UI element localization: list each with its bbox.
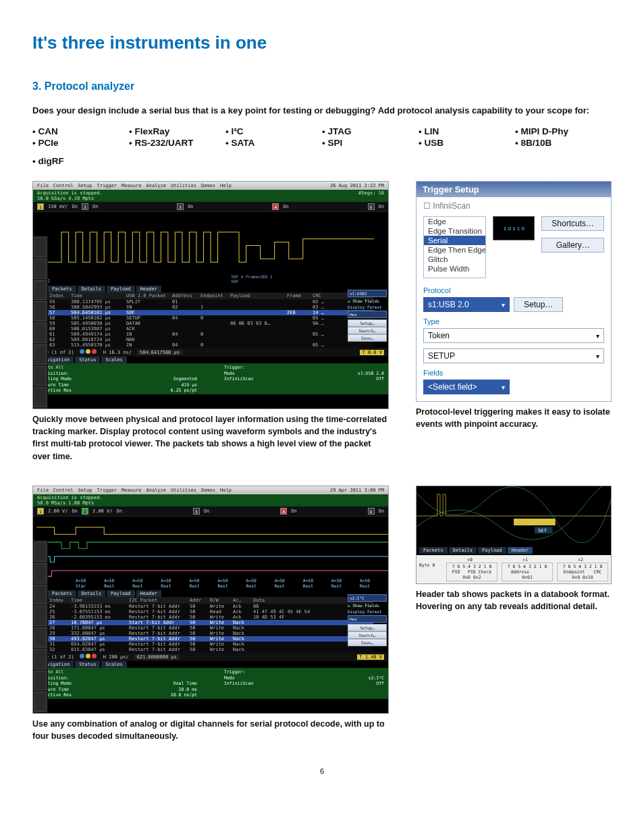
caption-header: Header tab shows packets in a databook f… xyxy=(416,588,612,613)
svg-text:A=50: A=50 xyxy=(189,578,199,583)
svg-text:A=50: A=50 xyxy=(218,578,228,583)
svg-text:Rest: Rest xyxy=(331,583,342,588)
svg-text:A=50: A=50 xyxy=(360,578,370,583)
protocol-item: FlexRay xyxy=(129,126,225,136)
protocol-item: SPI xyxy=(322,138,419,148)
caption-scope2: Use any combination of analog or digital… xyxy=(32,718,389,742)
trigger-setup-panel: Trigger Setup ☐ InfiniiScan EdgeEdge Tra… xyxy=(416,181,612,402)
shortcuts-button[interactable]: Shortcuts… xyxy=(541,216,604,231)
channel-bar: 1150 mV/On 2On 3On 4On DOn xyxy=(33,202,388,211)
svg-text:Rest: Rest xyxy=(189,583,199,588)
page-title: It's three instruments in one xyxy=(32,32,612,53)
svg-text:Rest: Rest xyxy=(275,583,285,588)
svg-text:A=50: A=50 xyxy=(275,578,285,583)
header-waveform: SET xyxy=(417,486,611,546)
protocol-item: 8B/10B xyxy=(515,138,612,148)
packet-right-panel: s1:USB2 ☑ Show Fields Display Format Hex… xyxy=(348,290,387,342)
protocol-label: Protocol xyxy=(417,284,611,294)
svg-text:SET: SET xyxy=(538,527,547,533)
svg-text:A=50: A=50 xyxy=(303,578,313,583)
protocol-item: SATA xyxy=(225,138,322,148)
svg-text:A=50: A=50 xyxy=(104,578,114,583)
svg-text:Rest: Rest xyxy=(132,583,142,588)
scope-status: Delete All Acquisition: Sampling ModeSeg… xyxy=(33,363,388,394)
bus-select[interactable]: s2:I²C xyxy=(348,594,387,602)
caption-trigger: Protocol-level triggering makes it easy … xyxy=(416,406,612,430)
scope-acq-line: Acquisition is stopped. #Segs: 16 10.0 G… xyxy=(33,190,388,202)
marker-dots xyxy=(80,349,98,355)
scope-date: 26 Aug 2011 2:22 PM xyxy=(330,183,384,188)
svg-text:A=50: A=50 xyxy=(76,578,86,583)
svg-text:A=50: A=50 xyxy=(246,578,257,583)
scope-i2c-screenshot: FileControlSetupTriggerMeasureAnalyzeUti… xyxy=(32,486,389,714)
protocol-select[interactable]: s1:USB 2.0▾ xyxy=(423,297,510,312)
protocol-setup-button[interactable]: Setup… xyxy=(514,297,563,312)
caption-scope1: Quickly move between physical and protoc… xyxy=(32,413,389,463)
trigger-wave-preview: 1 0 1 1 0 xyxy=(493,216,535,240)
section-title: 3. Protocol analyzer xyxy=(32,80,612,93)
svg-text:Rest: Rest xyxy=(218,583,228,588)
scope-menubar: FileControlSetupTriggerMeasureAnalyzeUti… xyxy=(33,182,388,190)
fields-select[interactable]: <Select field>▾ xyxy=(423,380,510,394)
svg-text:A=50: A=50 xyxy=(161,578,171,583)
display-format[interactable]: Hex xyxy=(348,311,387,318)
protocol-item: I²C xyxy=(225,126,322,136)
protocol-item: USB xyxy=(419,138,515,148)
protocol-extra: digRF xyxy=(32,156,612,166)
protocol-grid: CANFlexRayI²CJTAGLINMIPI D-PhyPCIeRS-232… xyxy=(32,126,612,148)
packet-table: IndexTimeUSB 2.0 PacketAddressEndpointPa… xyxy=(48,292,373,348)
protocol-item: JTAG xyxy=(322,126,419,136)
bus-select[interactable]: s1:USB2 xyxy=(348,290,387,297)
page-number: 6 xyxy=(32,767,612,775)
protocol-item: RS-232/UART xyxy=(129,138,225,148)
infiniiscan-check[interactable]: ☐ InfiniiScan xyxy=(423,201,471,211)
trigger-setup-title: Trigger Setup xyxy=(417,182,611,197)
packet-tabs: PacketsDetailsPayloadHeader xyxy=(33,286,388,292)
svg-text:Star: Star xyxy=(76,583,86,588)
gallery-button[interactable]: Gallery… xyxy=(541,238,604,253)
type-label: Type xyxy=(417,315,611,325)
header-bits: +0+1+2 Byte 0 7 6 5 4 3 2 1 0PIDPID Chec… xyxy=(417,555,611,583)
svg-text:Rest: Rest xyxy=(104,583,114,588)
type-select[interactable]: Token▾ xyxy=(423,328,604,343)
header-tab-screenshot: SET PacketsDetailsPayloadHeader +0+1+2 B… xyxy=(416,486,612,584)
svg-text:Rest: Rest xyxy=(161,583,171,588)
scope-timebase: More (1 of 2) H 16.3 ns/ 504.6417560 µs … xyxy=(33,348,388,357)
frame-overlay: SOF A Frame=2E6 1SOF xyxy=(228,273,275,284)
protocol-item: PCIe xyxy=(32,138,129,148)
header-tabs: PacketsDetailsPayloadHeader xyxy=(417,546,611,555)
svg-text:A=50: A=50 xyxy=(132,578,142,583)
protocol-item: LIN xyxy=(419,126,515,136)
svg-text:Rest: Rest xyxy=(303,583,313,588)
trigger-type-list[interactable]: EdgeEdge TransitionSerialEdge Then EdgeG… xyxy=(423,216,486,278)
scope-usb-screenshot: FileControlSetupTriggerMeasureAnalyzeUti… xyxy=(32,181,389,409)
show-fields-check[interactable]: ☑ Show Fields xyxy=(348,603,387,608)
waveform-area: 1 SOF A Frame=2E6 1SOF xyxy=(33,211,388,286)
scope-sidebar xyxy=(33,236,48,409)
svg-text:A=50: A=50 xyxy=(331,578,342,583)
setup-select[interactable]: SETUP▾ xyxy=(423,348,604,363)
protocol-item: CAN xyxy=(32,126,129,136)
svg-text:Rest: Rest xyxy=(246,583,257,588)
waveform-area: StarRestRest RestRestRest RestRestRest R… xyxy=(33,516,388,590)
show-fields-check[interactable]: ☑ Show Fields xyxy=(348,298,387,303)
display-format[interactable]: Hex xyxy=(348,615,387,623)
svg-rect-26 xyxy=(514,519,556,525)
intro-text: Does your design include a serial bus th… xyxy=(32,105,612,117)
svg-text:Rest: Rest xyxy=(360,583,370,588)
fields-label: Fields xyxy=(417,366,611,377)
protocol-item: MIPI D-Phy xyxy=(515,126,612,136)
